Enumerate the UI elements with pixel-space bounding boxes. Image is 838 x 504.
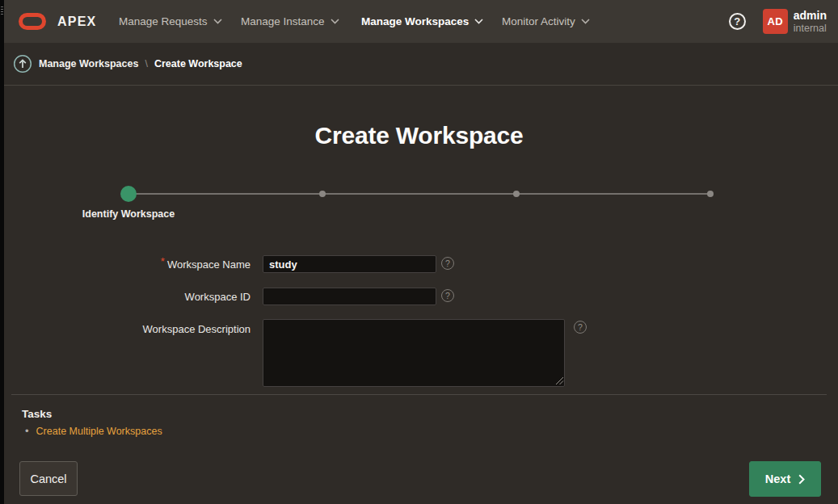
nav-item-label: Monitor Activity xyxy=(502,15,575,27)
nav-item-label: Manage Workspaces xyxy=(361,15,469,27)
page-title: Create Workspace xyxy=(0,122,838,149)
breadcrumb: Manage Workspaces \ Create Workspace xyxy=(39,58,242,69)
workspace-description-label-text: Workspace Description xyxy=(143,323,251,335)
required-marker: * xyxy=(161,255,165,267)
top-nav-menu: Manage Requests Manage Instance Manage W… xyxy=(4,0,838,43)
workspace-name-label: *Workspace Name xyxy=(32,258,251,271)
workspace-name-help-icon[interactable]: ? xyxy=(441,257,454,270)
breadcrumb-current: Create Workspace xyxy=(154,58,242,69)
chevron-down-icon xyxy=(474,19,483,24)
wizard-step-4-dot xyxy=(707,191,714,197)
wizard-progress-line xyxy=(128,193,710,195)
breadcrumb-separator: \ xyxy=(145,58,147,69)
nav-item-label: Manage Requests xyxy=(119,15,208,27)
wizard-step-label: Identify Workspace xyxy=(32,208,225,220)
nav-item-monitor-activity[interactable]: Monitor Activity xyxy=(502,0,590,43)
chevron-right-icon xyxy=(798,474,805,485)
chevron-down-icon xyxy=(331,19,339,24)
topbar-right-cluster: ? AD admin internal xyxy=(729,0,827,43)
chevron-down-icon xyxy=(581,19,590,24)
workspace-name-input[interactable] xyxy=(263,255,436,273)
chevron-down-icon xyxy=(213,19,222,24)
top-navigation-bar: APEX Manage Requests Manage Instance Man… xyxy=(4,0,838,43)
bullet-icon: • xyxy=(25,425,29,437)
user-name: admin xyxy=(794,10,827,21)
nav-item-label: Manage Instance xyxy=(241,15,325,27)
cancel-button[interactable]: Cancel xyxy=(19,461,78,496)
wizard-step-1-current-dot xyxy=(120,186,137,202)
workspace-id-input[interactable] xyxy=(263,288,436,305)
workspace-description-label: Workspace Description xyxy=(32,323,251,335)
workspace-id-label: Workspace ID xyxy=(32,291,251,303)
workspace-description-help-icon[interactable]: ? xyxy=(574,321,587,334)
help-icon[interactable]: ? xyxy=(729,13,746,30)
workspace-description-textarea[interactable] xyxy=(263,319,565,387)
nav-item-manage-instance[interactable]: Manage Instance xyxy=(241,0,339,43)
tasks-heading: Tasks xyxy=(22,408,52,420)
user-avatar[interactable]: AD xyxy=(763,9,788,34)
create-multiple-workspaces-link[interactable]: Create Multiple Workspaces xyxy=(36,426,162,437)
wizard-step-2-dot xyxy=(319,191,326,197)
workspace-id-help-icon[interactable]: ? xyxy=(441,289,454,302)
next-button-label: Next xyxy=(765,472,790,485)
user-scope: internal xyxy=(794,23,827,34)
section-divider xyxy=(11,394,827,395)
nav-item-manage-requests[interactable]: Manage Requests xyxy=(119,0,222,43)
user-info[interactable]: admin internal xyxy=(794,10,827,34)
screen-left-edge-sliver xyxy=(0,0,4,504)
workspace-id-label-text: Workspace ID xyxy=(185,291,251,303)
up-level-icon[interactable] xyxy=(13,54,32,74)
wizard-step-3-dot xyxy=(513,191,520,197)
nav-item-manage-workspaces[interactable]: Manage Workspaces xyxy=(361,0,483,43)
apex-admin-window: APEX Manage Requests Manage Instance Man… xyxy=(0,0,838,504)
workspace-name-label-text: Workspace Name xyxy=(167,258,251,271)
next-button[interactable]: Next xyxy=(749,461,821,497)
task-list-item: • Create Multiple Workspaces xyxy=(25,425,162,437)
breadcrumb-link-manage-workspaces[interactable]: Manage Workspaces xyxy=(39,58,138,69)
breadcrumb-bar: Manage Workspaces \ Create Workspace xyxy=(4,43,838,86)
